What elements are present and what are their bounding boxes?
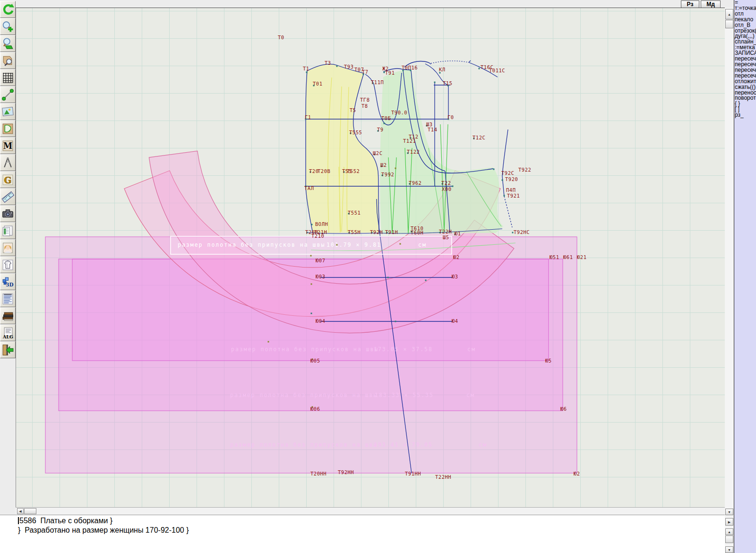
construction-compass-icon xyxy=(1,156,14,169)
vertical-scroll-strip[interactable]: ▲ ▼ ▶ ▲ ▼ xyxy=(725,8,734,553)
vertex-point xyxy=(395,321,396,322)
pattern-canvas[interactable]: размер полотна без припусков на швы101.7… xyxy=(16,8,725,507)
3d-view-icon: 3D xyxy=(1,276,14,288)
command-item[interactable]: пересеч xyxy=(734,62,756,68)
point-label: Т992 xyxy=(381,172,394,177)
banner-label: размер полотна без припусков на швы xyxy=(178,242,325,248)
point-label: КЛ xyxy=(439,67,446,72)
point-label: Т60Н xyxy=(411,230,423,235)
toolbar-m-module-button[interactable]: M xyxy=(0,137,16,154)
console-vscroll-thumb[interactable] xyxy=(725,536,733,543)
scroll-left-button[interactable]: ◀ xyxy=(17,508,24,514)
point-label: П4П xyxy=(506,187,515,193)
vscroll-thumb[interactable] xyxy=(725,20,733,28)
command-item[interactable]: отл_В xyxy=(734,23,756,28)
command-item[interactable]: т:=точка xyxy=(734,6,756,11)
horizontal-scrollbar[interactable]: ◀ xyxy=(16,507,725,514)
banner-unit: см xyxy=(467,346,476,353)
scroll-down-button[interactable]: ▼ xyxy=(725,509,733,515)
toolbar-image-button[interactable] xyxy=(0,103,16,120)
toolbar-alg-editor-button[interactable]: ALG xyxy=(0,324,16,341)
command-item[interactable]: { } xyxy=(734,101,756,107)
console-scroll-right-button[interactable]: ▶ xyxy=(725,518,733,526)
rz-button[interactable]: Рз xyxy=(681,0,699,8)
point-label: Т91НН xyxy=(405,471,421,476)
bodice-fills xyxy=(306,64,503,234)
command-item[interactable]: отл xyxy=(734,11,756,17)
point-label: Т122 xyxy=(407,149,420,155)
toolbar-exit-button[interactable] xyxy=(0,341,16,358)
toolbar-spreadsheet-button[interactable] xyxy=(0,222,16,239)
vertex-point xyxy=(310,255,312,257)
toolbar-undo-refresh-button[interactable] xyxy=(0,1,16,18)
console-line-1: 5586 Платье с оборками } xyxy=(18,515,725,526)
toolbar-zoom-in-button[interactable] xyxy=(0,18,16,35)
command-item[interactable]: [ ] xyxy=(734,107,756,112)
command-item[interactable]: :=метка xyxy=(734,45,756,51)
point-label: Ю06 xyxy=(310,406,320,412)
command-item[interactable]: рз_ xyxy=(734,112,756,118)
undo-refresh-icon xyxy=(1,3,14,16)
pattern-piece-icon xyxy=(1,122,14,135)
point-label: Т0 xyxy=(278,35,284,40)
toolbar-garment-sketch-button[interactable] xyxy=(0,256,16,273)
toolbar-model-photo-button[interactable] xyxy=(0,239,16,256)
point-label: Т20В xyxy=(318,168,330,174)
toolbar-construction-compass-button[interactable] xyxy=(0,154,16,171)
toolbar-grid-button[interactable] xyxy=(0,69,16,86)
point-label: Ю2 xyxy=(453,254,460,260)
point-label: Т15 xyxy=(443,80,452,86)
md-button[interactable]: Мд xyxy=(701,0,721,8)
toolbar-pattern-piece-button[interactable] xyxy=(0,120,16,137)
command-item[interactable]: = xyxy=(734,0,756,6)
point-label: Т552 xyxy=(347,168,360,174)
command-item[interactable]: пересеч xyxy=(734,73,756,79)
vertex-point xyxy=(311,224,313,225)
toolbar-g-module-button[interactable]: G xyxy=(0,171,16,188)
command-item[interactable]: пересеч xyxy=(734,68,756,73)
command-panel: =т:=точкаотлпекалоотл_Вотрезок(дуга(,,,)… xyxy=(734,0,756,553)
command-item[interactable]: сжать(() xyxy=(734,85,756,90)
command-item[interactable]: отложит xyxy=(734,79,756,85)
point-label: Т121 xyxy=(403,138,416,144)
command-item[interactable]: пекало xyxy=(734,17,756,23)
point-label: Т20НН xyxy=(310,471,326,476)
size-banner: размер полотна без припусков на швы101.7… xyxy=(171,236,452,254)
status-console[interactable]: 5586 Платье с оборками } } Разработано н… xyxy=(0,515,725,553)
vertex-point xyxy=(395,168,396,169)
hscroll-thumb[interactable] xyxy=(24,508,36,514)
console-scroll-down-button[interactable]: ▼ xyxy=(725,546,733,553)
text-document-icon xyxy=(1,293,14,305)
toolbar-measure-segment-button[interactable] xyxy=(0,86,16,103)
point-label: Ю51 xyxy=(550,254,559,260)
vertex-point xyxy=(311,313,312,314)
command-item[interactable]: пересеч xyxy=(734,56,756,62)
svg-text:M: M xyxy=(3,140,13,150)
point-label: Ю2 xyxy=(574,471,580,476)
console-scroll-up-button[interactable]: ▲ xyxy=(725,528,733,535)
alg-editor-icon: ALG xyxy=(1,327,14,339)
command-item[interactable]: поворот xyxy=(734,95,756,101)
toolbar-inspect-piece-button[interactable] xyxy=(0,52,16,69)
scroll-up-button[interactable]: ▲ xyxy=(725,9,733,19)
toolbar-3d-view-button[interactable]: 3D xyxy=(0,273,16,290)
banner-label: размер полотна без припусков на швы xyxy=(230,441,378,448)
svg-text:G: G xyxy=(4,174,12,185)
command-item[interactable]: перенос xyxy=(734,90,756,96)
toolbar-zoom-region-button[interactable] xyxy=(0,35,16,52)
command-item[interactable]: дуга(,,,) xyxy=(734,34,756,39)
command-item[interactable]: отрезок( xyxy=(734,28,756,34)
m-module-icon: M xyxy=(1,139,14,152)
text-cursor xyxy=(18,517,19,524)
image-icon xyxy=(1,105,14,118)
command-item[interactable]: ЗАПИСА xyxy=(734,51,756,56)
toolbar-ruler-button[interactable]: 78 xyxy=(0,188,16,205)
command-item[interactable]: сплайн_ xyxy=(734,39,756,45)
g-module-icon: G xyxy=(1,173,14,186)
toolbar-library-books-button[interactable] xyxy=(0,307,16,324)
model-photo-icon xyxy=(1,242,14,254)
toolbar-text-document-button[interactable] xyxy=(0,290,16,307)
vertex-point xyxy=(311,284,312,285)
left-toolbar: MG783DALG xyxy=(0,1,16,358)
toolbar-camera-button[interactable] xyxy=(0,205,16,222)
